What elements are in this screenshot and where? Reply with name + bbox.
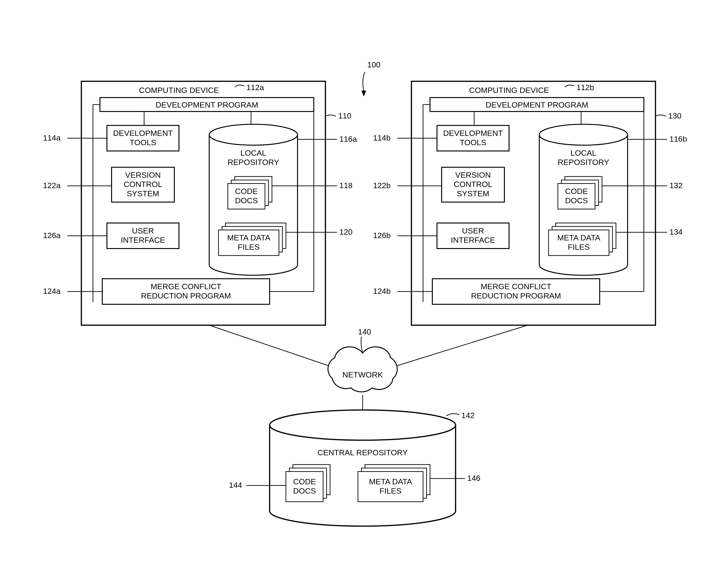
svg-line-48 [209,325,332,367]
merge-l1-a: MERGE CONFLICT [151,282,221,291]
ref-144: 144 [229,481,242,489]
dev-tools-l2-a: TOOLS [130,138,156,147]
ref-140: 140 [358,327,371,336]
ref-100: 100 [361,60,381,96]
ref-124a: 124a [43,286,61,295]
merge-l1-b: MERGE CONFLICT [481,282,551,291]
vcs-l3-b: SYSTEM [457,189,489,198]
device-left-group: COMPUTING DEVICE 112a 110 DEVELOPMENT PR… [43,81,357,325]
ref-116b: 116b [669,135,687,143]
central-repo-group: CENTRAL REPOSITORY 142 CODE DOCS 144 MET… [229,410,480,526]
ref-126b: 126b [373,231,391,240]
central-code-l2: DOCS [293,486,316,495]
ui-l2-a: INTERFACE [121,236,165,245]
ref-146: 146 [467,474,480,482]
vcs-l2-b: CONTROL [454,180,492,189]
dev-tools-l2-b: TOOLS [460,138,486,147]
code-docs-l1-b: CODE [565,187,588,196]
ref-134: 134 [669,228,683,236]
network-cloud-icon [328,347,397,392]
ui-l1-a: USER [132,226,154,235]
network-group: NETWORK 140 [209,325,528,413]
network-label: NETWORK [342,370,383,379]
code-docs-l2-a: DOCS [235,196,258,205]
meta-l1-b: META DATA [557,233,600,242]
svg-line-49 [393,325,528,367]
local-repo-l1-b: LOCAL [570,149,596,157]
diagram-root: 100 COMPUTING DEVICE 112a 110 DEVELOPMEN… [0,0,728,567]
central-meta-l2: FILES [380,486,401,495]
ref-110: 110 [338,111,351,120]
local-repo-l2-a: REPOSITORY [228,158,279,167]
svg-point-51 [270,410,456,440]
ui-l1-b: USER [462,226,484,235]
ref-122b: 122b [373,181,391,190]
vcs-l1-a: VERSION [125,171,161,179]
vcs-l2-a: CONTROL [124,180,162,189]
merge-l2-a: REDUCTION PROGRAM [141,291,231,300]
central-code-l1: CODE [293,477,316,486]
ref-132: 132 [669,181,683,190]
merge-l2-b: REDUCTION PROGRAM [471,291,561,300]
ref-114b: 114b [373,133,391,142]
local-repo-a: LOCAL REPOSITORY 116a CODE DOCS 118 META [209,124,357,275]
svg-point-14 [209,124,298,145]
central-meta-l1: META DATA [369,477,412,486]
central-meta-files: META DATA FILES 146 [358,465,480,502]
meta-l1-a: META DATA [227,233,270,242]
device-right-title: COMPUTING DEVICE [469,86,549,95]
central-repo-label: CENTRAL REPOSITORY [318,448,408,457]
dev-tools-l1-a: DEVELOPMENT [113,129,173,138]
local-repo-l1-a: LOCAL [240,149,266,157]
ref-118: 118 [339,181,353,190]
device-left-title: COMPUTING DEVICE [139,86,219,95]
ref-126a: 126a [43,231,61,240]
vcs-l3-a: SYSTEM [127,189,159,198]
ref-114a: 114a [43,133,61,142]
device-right-group: COMPUTING DEVICE 112b 130 DEVELOPMENT PR… [373,81,687,325]
dev-tools-l1-b: DEVELOPMENT [443,129,503,138]
local-repo-l2-b: REPOSITORY [558,158,609,167]
meta-l2-b: FILES [568,243,590,251]
ui-l2-b: INTERFACE [451,236,495,245]
ref-130: 130 [668,111,682,120]
dev-program-label-a: DEVELOPMENT PROGRAM [156,100,258,109]
ref-116a: 116a [339,135,357,143]
svg-point-38 [539,124,628,145]
vcs-l1-b: VERSION [455,171,491,179]
ref-112b: 112b [576,83,594,92]
ref-124b: 124b [373,286,391,295]
code-docs-l1-a: CODE [235,187,258,196]
code-docs-l2-b: DOCS [565,196,588,205]
ref-142: 142 [461,411,475,420]
meta-l2-a: FILES [238,243,260,251]
ref-112a: 112a [246,83,264,92]
ref-120: 120 [339,228,353,236]
ref-100-text: 100 [367,60,381,69]
local-repo-b: LOCAL REPOSITORY 116b CODE DOCS 132 META… [539,124,687,275]
ref-122a: 122a [43,181,61,190]
dev-program-label-b: DEVELOPMENT PROGRAM [486,100,588,109]
